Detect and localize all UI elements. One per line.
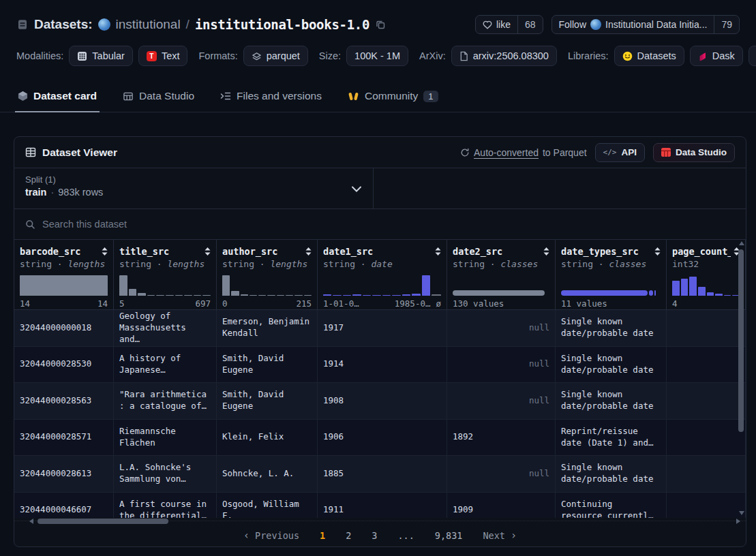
page-button-1[interactable]: 1 [320,530,325,541]
arxiv-badge[interactable]: arxiv:2506.08300 [451,46,557,66]
follow-button[interactable]: Follow Institutional Data Initia... [552,16,714,33]
sort-arrows-icon[interactable] [102,247,108,256]
table-cell[interactable]: L.A. Sohncke's Sammlung von… [114,456,217,492]
split-value: train·983k rows [25,187,362,198]
sort-arrows-icon[interactable] [305,247,312,256]
table-cell[interactable]: 1914 [318,347,447,383]
table-cell[interactable] [667,347,746,383]
scroll-up-arrow-icon[interactable] [739,241,744,245]
table-cell[interactable] [667,456,746,492]
table-cell[interactable]: 32044000046607 [14,493,114,519]
sort-arrows-icon[interactable] [435,247,441,256]
column-header-page_count_src[interactable]: page_count_srcint324 [667,240,746,309]
table-cell[interactable]: Emerson, Benjamin Kendall [217,310,318,346]
table-cell[interactable]: 1885 [318,456,447,492]
table-cell[interactable]: 32044000028530 [14,347,114,383]
table-cell[interactable]: Continuing resource currentl… [556,493,667,519]
table-cell[interactable]: 1909 [447,493,556,519]
horizontal-scrollbar[interactable] [14,518,746,525]
size-badge[interactable]: 100K - 1M [346,46,408,66]
table-cell[interactable] [667,493,746,519]
format-badge-parquet[interactable]: parquet [243,46,308,66]
horizontal-scrollbar-thumb[interactable] [37,519,168,524]
table-cell[interactable]: 1917 [318,310,447,346]
table-cell[interactable]: Smith, David Eugene [217,383,318,419]
copy-icon[interactable] [375,19,386,30]
table-cell[interactable]: Riemannsche Flächen [114,420,217,456]
table-cell[interactable]: Smith, David Eugene [217,347,318,383]
table-cell[interactable]: Single known date/probable date [556,456,667,492]
column-name: title_src [119,246,202,257]
table-cell[interactable]: null [447,456,556,492]
org-avatar[interactable] [98,18,110,31]
column-header-barcode_src[interactable]: barcode_srcstring · lengths1414 [14,240,114,309]
sort-arrows-icon[interactable] [205,247,211,256]
tab-data-studio[interactable]: Data Studio [121,80,196,112]
data-studio-button[interactable]: Data Studio [653,143,735,162]
page-button-2[interactable]: 2 [346,530,351,541]
libraries-label: Libraries: [568,50,609,61]
previous-page-button[interactable]: ‹Previous [243,529,299,542]
search-icon [25,219,35,230]
auto-converted-link[interactable]: Auto-converted [474,147,539,158]
modality-badge-text[interactable]: T Text [138,46,188,66]
table-cell[interactable]: 1911 [318,493,447,519]
repo-link[interactable]: institutional-books-1.0 [195,17,369,32]
table-cell[interactable]: Single known date/probable date [556,347,667,383]
follow-count[interactable]: 79 [714,16,739,33]
like-button[interactable]: like [476,16,517,33]
split-selector[interactable]: Split (1) train·983k rows [14,168,374,208]
column-header-date1_src[interactable]: date1_srcstring · date1-01-0…1985-0…ø [318,240,447,309]
table-cell[interactable] [667,383,746,419]
tab-community[interactable]: Community 1 [346,80,440,112]
table-cell[interactable]: 1908 [318,383,447,419]
table-cell[interactable]: null [447,310,556,346]
library-badge-dask[interactable]: Dask [690,46,743,66]
table-cell[interactable]: 32044000028613 [14,456,114,492]
table-cell[interactable] [667,310,746,346]
formats-label: Formats: [198,50,237,61]
tab-dataset-card[interactable]: Dataset card [16,80,98,112]
library-badge-datasets[interactable]: Datasets [614,46,684,66]
tab-files-and-versions[interactable]: Files and versions [219,80,323,112]
table-cell[interactable]: Reprint/reissue date (Date 1) and… [556,420,667,456]
modality-badge-tabular[interactable]: Tabular [69,46,133,66]
table-cell[interactable]: null [447,347,556,383]
table-cell[interactable]: 1892 [447,420,556,456]
column-type: string · lengths [222,259,312,269]
table-cell[interactable]: Klein, Felix [217,420,318,456]
table-cell[interactable]: Single known date/probable date [556,310,667,346]
scroll-right-arrow-icon[interactable] [736,519,740,524]
like-count[interactable]: 68 [517,16,543,33]
table-cell[interactable]: A history of Japanese… [114,347,217,383]
table-cell[interactable]: 32044000000018 [14,310,114,346]
sort-arrows-icon[interactable] [543,247,549,256]
table-cell[interactable]: Geology of Massachusetts and… [114,310,217,346]
table-cell[interactable]: Sohncke, L. A. [217,456,318,492]
column-header-date_types_src[interactable]: date_types_srcstring · classes11 values [556,240,667,309]
sort-arrows-icon[interactable] [654,247,661,256]
table-cell[interactable]: 1906 [318,420,447,456]
page-button-9,831[interactable]: 9,831 [435,530,463,541]
page-button-3[interactable]: 3 [372,530,377,541]
api-button[interactable]: </> API [595,143,645,162]
scroll-left-arrow-icon[interactable] [29,519,33,524]
table-cell[interactable]: Single known date/probable date [556,383,667,419]
column-header-title_src[interactable]: title_srcstring · lengths5697 [114,240,217,309]
search-input[interactable] [42,219,329,230]
table-cell[interactable]: "Rara arithmetica : a catalogue of… [114,383,217,419]
next-page-button[interactable]: Next› [483,529,517,542]
table-cell[interactable] [667,420,746,456]
table-cell[interactable]: null [447,383,556,419]
org-link[interactable]: institutional [116,17,181,32]
library-badge-croissant[interactable]: Cro [749,46,756,66]
table-cell[interactable]: 32044000028571 [14,420,114,456]
column-header-date2_src[interactable]: date2_srcstring · classes130 values [447,240,556,309]
scroll-down-arrow-icon[interactable] [739,511,744,515]
vertical-scrollbar[interactable] [738,241,744,516]
table-cell[interactable]: A first course in the differential… [114,493,217,519]
vertical-scrollbar-thumb[interactable] [738,249,744,432]
table-cell[interactable]: Osgood, William F. [217,493,318,519]
table-cell[interactable]: 32044000028563 [14,383,114,419]
column-header-author_src[interactable]: author_srcstring · lengths0215 [217,240,318,309]
